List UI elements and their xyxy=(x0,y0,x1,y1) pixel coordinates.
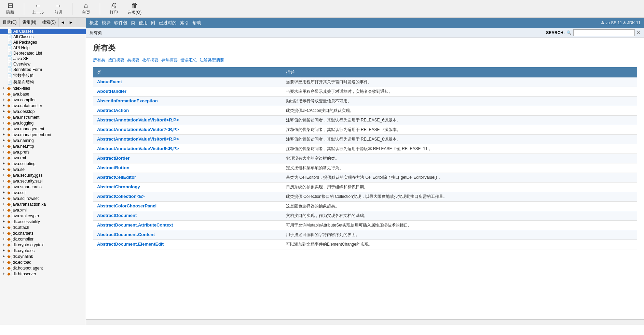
sub-nav-interface-summary[interactable]: 接口摘要 xyxy=(108,57,124,63)
class-link[interactable]: AbstractDocument.Content xyxy=(97,232,155,237)
class-link[interactable]: AbstractCellEditor xyxy=(97,175,136,180)
tree-item-jdk-editpad[interactable]: + ◆ jdk.editpad xyxy=(0,259,86,265)
nav-appendix[interactable]: 附 xyxy=(151,20,155,26)
tree-item-java-rmi[interactable]: + ◆ java.rmi xyxy=(0,155,86,161)
class-link[interactable]: AboutHandler xyxy=(97,89,126,94)
tree-item-java-compiler[interactable]: + ◆ java.compiler xyxy=(0,97,86,103)
arrow-forward[interactable]: ► xyxy=(67,18,75,27)
tree-item-deprecated-list[interactable]: 📄 Deprecated List xyxy=(0,50,86,56)
tree-item-java-se-doc[interactable]: 📄 Java SE xyxy=(0,56,86,61)
tree-item-overview[interactable]: 📄 Overview xyxy=(0,61,86,67)
tree-item-java-sql-rowset[interactable]: + ◆ java.sql.rowset xyxy=(0,195,86,201)
tree-item-java-smartcardio[interactable]: + ◆ java.smartcardio xyxy=(0,184,86,190)
nav-use[interactable]: 使用 xyxy=(139,20,148,26)
breadcrumb: 所有类 SEARCH: 🔍 ✕ xyxy=(86,28,644,38)
tree-item-java-security-jgss[interactable]: + ◆ java.security.jgss xyxy=(0,172,86,178)
back-button[interactable]: ← 上一步 xyxy=(31,2,45,15)
tree-item-java-sql[interactable]: + ◆ java.sql xyxy=(0,190,86,195)
class-link[interactable]: AbstractAnnotationValueVisitor7<R,P> xyxy=(97,127,179,132)
sub-nav-annotation-summary[interactable]: 注解类型摘要 xyxy=(200,57,224,63)
tree-item-jdk-charsets[interactable]: + ◆ jdk.charsets xyxy=(0,230,86,236)
nav-class[interactable]: 类 xyxy=(131,20,135,26)
class-link[interactable]: AbstractCollection<E> xyxy=(97,194,145,199)
tree-item-java-datatransfer[interactable]: + ◆ java.datatransfer xyxy=(0,103,86,108)
expand-icon: + xyxy=(1,115,6,119)
sub-nav-exception-summary[interactable]: 异常摘要 xyxy=(161,57,178,63)
tree-item-java-security-sasl[interactable]: + ◆ java.security.sasl xyxy=(0,178,86,184)
class-link[interactable]: AbsentInformationException xyxy=(97,98,158,103)
tab-contents[interactable]: 目录(C) xyxy=(0,18,20,27)
tree-item-java-base[interactable]: + ◆ java.base xyxy=(0,91,86,97)
tree-item-java-scripting[interactable]: + ◆ java.scripting xyxy=(0,161,86,166)
search-input[interactable] xyxy=(573,29,635,36)
sub-nav-error-summary[interactable]: 错误汇总 xyxy=(180,57,197,63)
tree-item-all-classes[interactable]: 📄 All Classes xyxy=(0,34,86,40)
tree-item-java-management[interactable]: + ◆ java.management xyxy=(0,126,86,132)
tree-item-java-naming[interactable]: + ◆ java.naming xyxy=(0,137,86,143)
class-link[interactable]: AbstractColorChooserPanel xyxy=(97,203,156,208)
forward-button[interactable]: → 前进 xyxy=(52,2,65,15)
print-button[interactable]: 🖨 打印 xyxy=(107,2,121,15)
tree-item-java-xml[interactable]: + ◆ java.xml xyxy=(0,207,86,213)
home-button[interactable]: ⌂ 主页 xyxy=(79,2,93,15)
tree-item-lei-ceng[interactable]: 📄 类层次结构 xyxy=(0,79,86,85)
tree-item-jdk-crypto-cryptoki[interactable]: + ◆ jdk.crypto.cryptoki xyxy=(0,242,86,248)
tree-item-index-files[interactable]: + ◆ index-files xyxy=(0,85,86,91)
nav-overview[interactable]: 概述 xyxy=(90,20,98,26)
tree-item-java-transaction-xa[interactable]: + ◆ java.transaction.xa xyxy=(0,201,86,207)
options-button[interactable]: 🗑 选项(O) xyxy=(127,2,141,15)
class-link[interactable]: AbstractDocument.AttributeContext xyxy=(97,222,173,228)
tab-search[interactable]: 搜索(S) xyxy=(39,18,59,27)
table-row: AbstractBorder实现没有大小的空边框的类。 xyxy=(93,154,637,163)
tree-item-java-desktop[interactable]: + ◆ java.desktop xyxy=(0,108,86,114)
class-link[interactable]: AbstractAnnotationValueVisitor8<R,P> xyxy=(97,136,179,142)
nav-deprecated[interactable]: 已过时的 xyxy=(159,20,177,26)
tree-item-jdk-compiler[interactable]: + ◆ jdk.compiler xyxy=(0,236,86,242)
tree-item-all-packages[interactable]: 📄 All Packages xyxy=(0,40,86,45)
class-link[interactable]: AbstractButton xyxy=(97,165,129,170)
hide-button[interactable]: ⊟ 隐藏 xyxy=(3,2,17,15)
close-search-button[interactable]: ✕ xyxy=(636,30,641,35)
tree-item-jdk-hotspot-agent[interactable]: + ◆ jdk.hotspot.agent xyxy=(0,265,86,271)
tree-item-jdk-accessibility[interactable]: + ◆ jdk.accessibility xyxy=(0,219,86,224)
class-cell: AbstractAnnotationValueVisitor7<R,P> xyxy=(93,125,282,135)
sub-nav-class-summary[interactable]: 类摘要 xyxy=(127,57,139,63)
tree-item-jdk-dynalink[interactable]: + ◆ jdk.dynalink xyxy=(0,253,86,259)
class-link[interactable]: AbstractDocument xyxy=(97,213,137,218)
tree-item-serialized-form[interactable]: 📄 Serialized Form xyxy=(0,67,86,72)
tree-item-java-se[interactable]: + ◆ java.se xyxy=(0,166,86,172)
tree-item-jdk-httpserver[interactable]: + ◆ jdk.httpserver xyxy=(0,271,86,277)
expand-icon: + xyxy=(1,260,6,264)
content-area: 所有类 所有类 接口摘要 类摘要 枚举摘要 异常摘要 错误汇总 注解类型摘要 类… xyxy=(86,38,644,319)
class-link[interactable]: AbstractAnnotationValueVisitor6<R,P> xyxy=(97,117,179,122)
expand-icon: + xyxy=(1,86,6,90)
class-link[interactable]: AbstractAnnotationValueVisitor9<R,P> xyxy=(97,146,179,151)
tree-item-api-help[interactable]: 📄 API Help xyxy=(0,45,86,50)
nav-package[interactable]: 软件包 xyxy=(114,20,127,26)
class-link[interactable]: AboutEvent xyxy=(97,79,122,84)
tree-item-java-logging[interactable]: + ◆ java.logging xyxy=(0,120,86,126)
class-link[interactable]: AbstractDocument.ElementEdit xyxy=(97,242,164,247)
class-link[interactable]: AbstractBorder xyxy=(97,156,129,161)
tree-item-chang-shu[interactable]: 📄 常数字段值 xyxy=(0,72,86,79)
class-link[interactable]: AbstractChronology xyxy=(97,184,140,189)
tree-item-all-classes-selected[interactable]: 📄 All Classes xyxy=(0,29,86,34)
col-desc: 描述 xyxy=(282,67,637,77)
tree-item-java-net-http[interactable]: + ◆ java.net.http xyxy=(0,143,86,149)
tree-item-java-instrument[interactable]: + ◆ java.instrument xyxy=(0,114,86,120)
tree-item-java-xml-crypto[interactable]: + ◆ java.xml.crypto xyxy=(0,213,86,219)
tree-item-java-prefs[interactable]: + ◆ java.prefs xyxy=(0,149,86,155)
tree-item-jdk-attach[interactable]: + ◆ jdk.attach xyxy=(0,224,86,230)
pkg-icon: ◆ xyxy=(7,231,11,236)
sub-nav-enum-summary[interactable]: 枚举摘要 xyxy=(142,57,159,63)
nav-help[interactable]: 帮助 xyxy=(192,20,201,26)
tree-item-jdk-crypto-ec[interactable]: + ◆ jdk.crypto.ec xyxy=(0,248,86,253)
tree-item-java-management-rmi[interactable]: + ◆ java.management.rmi xyxy=(0,132,86,137)
nav-module[interactable]: 模块 xyxy=(102,20,111,26)
class-cell: AbstractAnnotationValueVisitor6<R,P> xyxy=(93,116,282,125)
nav-index[interactable]: 索引 xyxy=(180,20,189,26)
class-link[interactable]: AbstractAction xyxy=(97,108,129,113)
sub-nav-all-classes[interactable]: 所有类 xyxy=(93,57,105,63)
arrow-back[interactable]: ◄ xyxy=(59,18,67,27)
tab-index[interactable]: 索引(N) xyxy=(20,18,40,27)
